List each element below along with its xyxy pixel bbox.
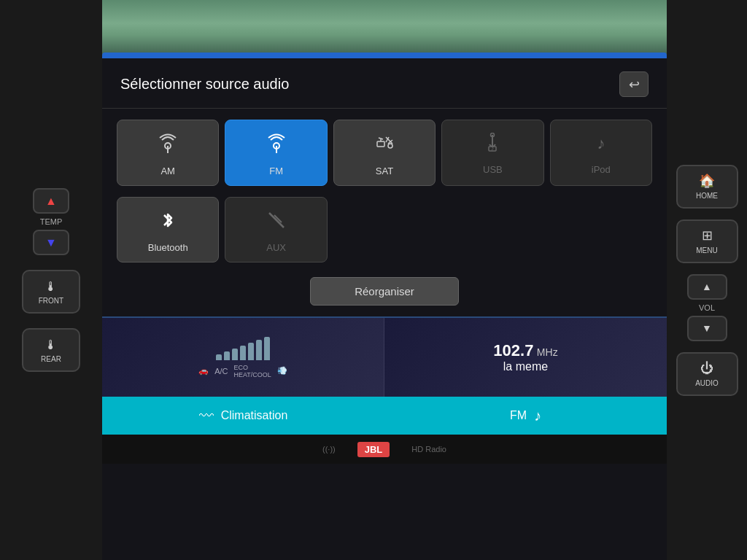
source-fm-button[interactable]: FM [225, 120, 327, 186]
bar-4 [240, 346, 246, 360]
station-name: la meme [503, 360, 548, 373]
status-icons-row: 🚗 A/C ECOHEAT/COOL 💨 [198, 364, 287, 378]
home-button[interactable]: 🏠 HOME [676, 165, 738, 209]
svg-rect-4 [377, 141, 384, 147]
frequency-unit: MHz [537, 346, 558, 358]
signal-bars [216, 337, 270, 360]
frequency-display: 102.7 MHz [493, 341, 557, 360]
car-frame: ▲ TEMP ▼ 🌡 FRONT 🌡 REAR Sélectionner sou… [0, 0, 747, 560]
bluetooth-label: Bluetooth [148, 242, 188, 253]
temp-down-button[interactable]: ▼ [33, 230, 69, 255]
source-grid-row1: AM FM [102, 109, 667, 197]
rear-icon: 🌡 [44, 338, 58, 353]
source-am-button[interactable]: AM [117, 120, 219, 186]
rear-label: REAR [41, 355, 61, 363]
aux-icon [266, 209, 287, 235]
temp-up-button[interactable]: ▲ [33, 188, 69, 214]
main-screen: Sélectionner source audio ↩ AM [102, 0, 667, 560]
source-sat-button[interactable]: SAT [333, 120, 436, 186]
front-button[interactable]: 🌡 FRONT [22, 270, 80, 314]
temp-label: TEMP [40, 217, 63, 226]
brand-bar: ((·)) JBL HD Radio [102, 435, 667, 464]
usb-icon: ♪ [482, 133, 503, 157]
am-icon [156, 131, 179, 158]
bottom-tabs: 〰 Climatisation FM ♪ [102, 397, 667, 435]
climate-tab-label: Climatisation [221, 409, 288, 422]
svg-point-10 [388, 144, 392, 148]
svg-line-15 [269, 213, 284, 228]
climate-tab[interactable]: 〰 Climatisation [102, 397, 384, 435]
ipod-label: iPod [592, 164, 611, 175]
aux-label: AUX [266, 242, 286, 253]
source-aux-button[interactable]: AUX [225, 197, 327, 262]
bluetooth-icon [157, 209, 179, 235]
fm-tab-icon: ♪ [534, 408, 541, 424]
dialog-title: Sélectionner source audio [120, 76, 289, 93]
jbl-badge: JBL [357, 442, 390, 457]
bar-2 [224, 351, 230, 360]
fm-icon [265, 131, 288, 158]
right-panel: 🏠 HOME ⊞ MENU ▲ VOL ▼ ⏻ AUDIO [667, 0, 747, 560]
climate-tab-icon: 〰 [199, 408, 214, 424]
fm-tab[interactable]: FM ♪ [384, 397, 667, 435]
source-usb-button[interactable]: ♪ USB [441, 120, 543, 186]
ipod-icon: ♪ [591, 133, 611, 157]
ac-label: A/C [214, 367, 228, 376]
reorg-section: Réorganiser [102, 273, 667, 316]
dialog-overlay: Sélectionner source audio ↩ AM [102, 58, 667, 560]
status-bar: 🚗 A/C ECOHEAT/COOL 💨 102.7 MHz la meme [102, 316, 667, 397]
fm-label: FM [269, 166, 283, 176]
sat-label: SAT [376, 166, 393, 176]
bar-7 [264, 337, 270, 360]
status-left: 🚗 A/C ECOHEAT/COOL 💨 [102, 318, 384, 397]
temp-section: ▲ TEMP ▼ [33, 188, 69, 255]
reorganize-button[interactable]: Réorganiser [310, 277, 459, 306]
fm-tab-label: FM [510, 409, 527, 422]
audio-button[interactable]: ⏻ AUDIO [676, 352, 738, 396]
menu-label: MENU [696, 246, 717, 254]
bar-5 [248, 343, 254, 360]
svg-text:♪: ♪ [597, 134, 605, 152]
hd-radio-label: HD Radio [411, 445, 446, 454]
fan-icon: 💨 [277, 366, 287, 376]
wireless-icon: ((·)) [322, 445, 336, 454]
left-panel: ▲ TEMP ▼ 🌡 FRONT 🌡 REAR [0, 0, 102, 560]
home-icon: 🏠 [699, 173, 715, 189]
vol-section: ▲ VOL ▼ [687, 274, 727, 341]
vol-label: VOL [699, 303, 715, 312]
frequency-value: 102.7 [493, 341, 533, 359]
status-right: 102.7 MHz la meme [384, 318, 667, 397]
svg-text:♪: ♪ [491, 145, 494, 152]
eco-label: ECOHEAT/COOL [234, 364, 271, 378]
bar-1 [216, 354, 222, 360]
map-area [102, 0, 667, 58]
bar-6 [256, 340, 262, 360]
svg-line-6 [379, 138, 383, 139]
menu-icon: ⊞ [702, 228, 713, 244]
source-grid-row2: Bluetooth AUX [102, 197, 667, 273]
source-bluetooth-button[interactable]: Bluetooth [117, 197, 219, 262]
audio-label: AUDIO [695, 379, 719, 387]
front-label: FRONT [39, 297, 63, 305]
front-icon: 🌡 [44, 279, 58, 295]
source-ipod-button[interactable]: ♪ iPod [550, 120, 652, 186]
rear-button[interactable]: 🌡 REAR [22, 328, 80, 372]
vol-up-button[interactable]: ▲ [687, 274, 727, 300]
sat-icon [373, 131, 396, 158]
am-label: AM [160, 166, 175, 176]
dialog-header: Sélectionner source audio ↩ [102, 58, 667, 109]
usb-label: USB [483, 164, 503, 175]
vol-down-button[interactable]: ▼ [687, 316, 727, 341]
back-button[interactable]: ↩ [619, 71, 649, 97]
bar-3 [232, 349, 238, 360]
audio-icon: ⏻ [700, 361, 713, 376]
home-label: HOME [696, 192, 718, 200]
menu-button[interactable]: ⊞ MENU [676, 219, 738, 263]
car-icon: 🚗 [198, 366, 209, 376]
